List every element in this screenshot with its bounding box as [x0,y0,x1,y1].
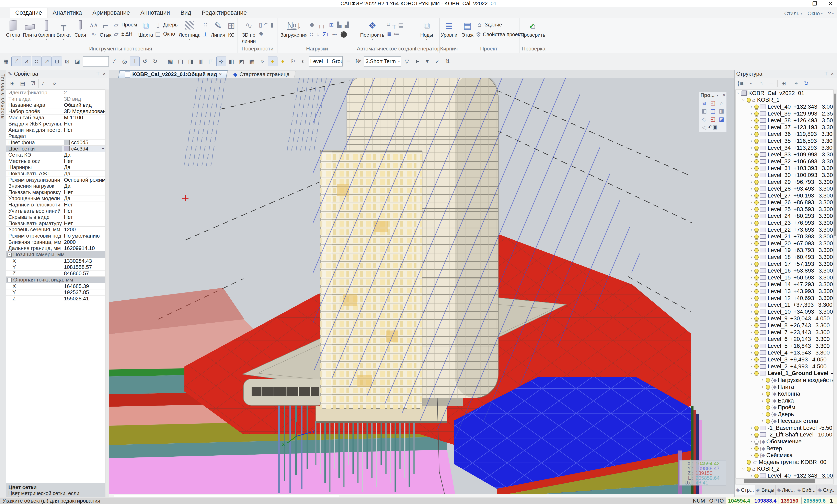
tree-building-row[interactable]: › ⌂ KOBR_1 [736,97,833,104]
binoculars-icon[interactable]: ⌖ [790,80,800,87]
tree-level-row[interactable]: › Level_15+50,5933.300 [736,274,833,281]
visibility-bulb-icon[interactable] [754,433,759,437]
property-row[interactable]: Тип вида 3D вид ▾ [6,96,105,102]
door-tool-button[interactable]: ▯Дверь [154,21,179,28]
lock-object-icon[interactable]: ⊡ [52,57,62,66]
stairs-tool-button[interactable]: Лестница▾ [179,19,200,45]
chevron-icon[interactable]: › [749,350,754,355]
scrollbar-thumb[interactable] [114,494,339,497]
chevron-icon[interactable]: › [749,118,754,123]
camera-coordinate-row[interactable]: X 1330284.43 [6,258,105,264]
levels-stack-icon[interactable]: ≣ [767,80,775,87]
view-cube-right-icon[interactable]: ◨ [718,107,725,115]
tree-level-row[interactable]: › Level_39+129,9932.350 [736,110,833,117]
apply-icon[interactable]: ✓ [38,79,48,88]
view-cube-fit-icon[interactable]: ◫ [708,107,718,115]
surface-dome-icon[interactable]: ◠ [264,22,268,28]
collapse-icon[interactable]: − [7,278,12,282]
tree-level-row[interactable]: › Level_26+86,8933.300 [736,199,833,206]
close-icon[interactable]: × [101,71,107,77]
chevron-icon[interactable]: › [749,371,754,376]
tree-level-row[interactable]: › Level_21+70,3933.300 [736,233,833,240]
load-sum-icon[interactable]: Σ↓ [323,31,329,38]
tree-level-row[interactable]: › Level_34+113,2933.300 [736,144,833,151]
levels-button[interactable]: ≣ Уровни [441,19,457,45]
chevron-icon[interactable]: › [749,343,754,349]
property-row[interactable]: Показывать арматуру Нет ▾ [6,220,105,227]
chevron-icon[interactable]: › [749,172,754,178]
close-icon[interactable]: × [829,71,835,77]
tree-level-row[interactable]: › Level_11+37,3933.300 [736,301,833,308]
line-style-icon[interactable]: ∕ [109,57,119,66]
visibility-bulb-icon[interactable] [754,207,759,211]
level-filter-combo[interactable]: Level_1_Grou▾ [309,56,342,67]
load-point-icon[interactable]: ↓ [317,31,319,38]
points-icon[interactable]: ∷ [203,22,207,28]
tree-building-row[interactable]: › ⌂ KOBR_2 [736,466,833,472]
project-properties-button[interactable]: ⚙Свойства проекта [476,31,518,38]
load-distributed-icon[interactable]: ┬┬ [318,22,326,28]
chevron-icon[interactable]: › [749,261,754,267]
view-side-icon[interactable]: ◨ [186,57,196,66]
chevron-icon[interactable]: › [749,446,754,451]
load-cart-icon[interactable]: ⊞ [329,22,334,28]
close-button[interactable]: ✕ [826,1,835,7]
chevron-icon[interactable]: › [749,138,754,144]
visibility-bulb-icon[interactable] [754,330,759,334]
building-button[interactable]: ⌂Здание [476,21,518,28]
tree-level-row[interactable]: › Level_37+123,1933.300 [736,124,833,131]
property-row[interactable]: Аналитика для постр... Нет ▾ [6,127,105,133]
visibility-bulb-icon[interactable] [754,316,759,321]
collapse-icon[interactable]: − [7,253,12,257]
load-wall-icon[interactable]: ▙ [337,22,341,28]
property-row[interactable]: Шарниры Да ▾ [6,164,105,171]
menu-tab[interactable]: Редактирование [196,8,252,18]
visibility-bulb-icon[interactable] [766,405,770,410]
refresh-icon[interactable]: ↻ [802,80,811,87]
property-row[interactable]: Показать маркировку Нет ▾ [6,189,105,196]
truss-icon[interactable]: ∧∧ [90,22,98,28]
visibility-bulb-icon[interactable] [754,289,759,294]
tree-level-row[interactable]: › Level_33+109,9933.300 [736,151,833,158]
visibility-bulb-icon[interactable] [754,296,759,300]
visibility-bulb-icon[interactable] [747,98,751,102]
property-row[interactable]: Цвет фона ccd0d5 ▾ [6,139,105,146]
chevron-icon[interactable]: › [749,166,754,171]
joint-tool-button[interactable]: ⌐Стык [99,19,112,45]
snap-tangent-icon[interactable]: ↗ [42,57,52,66]
view-front-icon[interactable]: ▢ [176,57,185,66]
tree-level-row[interactable]: › Level_6+20,1433.300 [736,336,833,342]
chevron-icon[interactable]: › [749,316,754,321]
tree-level-row[interactable]: › Level_14+47,2933.300 [736,281,833,288]
drop-level-icon[interactable]: ⊥ [203,31,208,38]
auto-report-icon[interactable]: ≔ [394,30,399,37]
close-icon[interactable]: × [723,93,725,98]
chevron-icon[interactable]: › [749,152,754,157]
chevron-icon[interactable]: › [749,364,754,369]
chevron-icon[interactable]: › [749,220,754,226]
chevron-icon[interactable]: › [749,241,754,246]
tree-level-row[interactable]: › Level_3+9,4934.050 [736,356,833,363]
visibility-bulb-icon[interactable] [754,337,759,341]
expand-all-icon[interactable]: ⊞ [8,79,17,88]
add-grid-icon[interactable]: ⊞ [777,80,788,87]
chevron-icon[interactable]: › [749,288,754,294]
plane-mode-icon[interactable]: ◪ [72,57,82,66]
visibility-bulb-icon[interactable] [754,159,759,164]
visibility-bulb-icon[interactable] [754,248,759,253]
maximize-button[interactable]: ❐ [810,1,819,7]
surface-solid-icon[interactable]: ▮ [270,22,273,28]
visibility-bulb-icon[interactable] [766,398,770,403]
tree-level-row[interactable]: › -1_Basement Level-5,5075.500 [736,425,833,431]
reference-coordinate-row[interactable]: Y 192537.85 [6,290,105,296]
tree-level-row[interactable]: › Level_27+90,1933.300 [736,192,833,199]
visibility-bulb-icon[interactable] [766,385,770,389]
structure-bottom-tab[interactable]: ◈ Виды [755,485,776,494]
chevron-icon[interactable]: › [749,200,754,205]
chevron-icon[interactable]: › [749,111,754,116]
chevron-icon[interactable]: › [749,302,754,307]
ortho-toggle[interactable]: ОРТО [707,498,726,504]
help-menu[interactable]: ?▾ [828,11,834,17]
tree-level-row[interactable]: › Level_35+116,5933.300 [736,137,833,144]
structure-bottom-tab[interactable]: ◈ Стр... [735,485,755,494]
